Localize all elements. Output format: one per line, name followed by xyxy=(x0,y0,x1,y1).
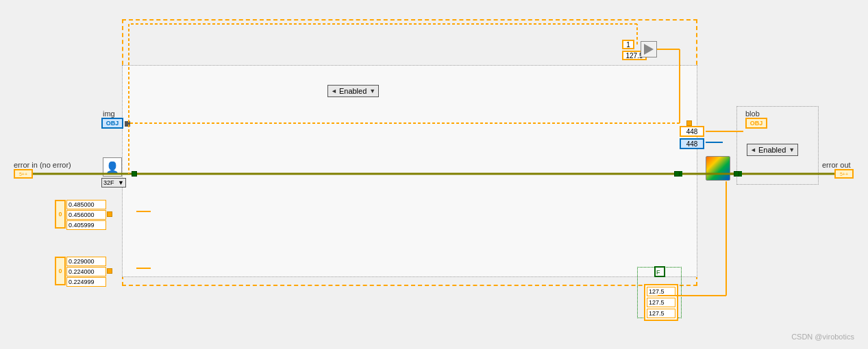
array1-connector xyxy=(107,211,112,217)
type-arrow: ▼ xyxy=(118,179,124,186)
dropdown-arrow-right: ▼ xyxy=(789,146,795,153)
num-array-2: 0 0.229000 0.224000 0.224999 xyxy=(55,257,112,287)
arrow-right-icon xyxy=(644,44,654,55)
value-col-2: 0.229000 0.224000 0.224999 xyxy=(66,257,106,287)
num-array-1: 0 0.485000 0.456000 0.405999 xyxy=(55,200,112,231)
value-col-1: 0.485000 0.456000 0.405999 xyxy=(66,200,106,231)
error-in-label: error in (no error) xyxy=(14,161,71,169)
img-connector-right xyxy=(125,121,130,127)
type-dropdown[interactable]: 32F ▼ xyxy=(101,178,126,188)
input-448-group: 448 448 xyxy=(680,126,704,149)
output-127-2[interactable]: 127.5 xyxy=(647,309,675,318)
val-cell-1-0[interactable]: 0.485000 xyxy=(66,200,106,209)
orange-conn-1 xyxy=(686,120,692,126)
error-in-value: 5++ xyxy=(19,172,27,177)
enabled-label-right: Enabled xyxy=(758,146,786,154)
type-label: 32F xyxy=(103,179,114,186)
person-block: 👤 xyxy=(103,157,122,177)
val-cell-2-0[interactable]: 0.229000 xyxy=(66,257,106,266)
index-val-2: 0 xyxy=(58,268,62,274)
blob-label: blob xyxy=(745,109,760,118)
index-val-1: 0 xyxy=(58,211,62,218)
index-box-1: 0 xyxy=(55,200,66,229)
input-448-1[interactable]: 448 xyxy=(680,138,704,149)
error-in-block[interactable]: 5++ xyxy=(14,169,33,179)
conn-green-3 xyxy=(734,171,739,177)
conn-green-2 xyxy=(674,171,680,177)
img-obj-block[interactable]: OBJ xyxy=(101,118,123,129)
watermark: CSDN @virobotics xyxy=(791,333,854,341)
output-127-0[interactable]: 127.5 xyxy=(647,287,675,296)
val-cell-2-1[interactable]: 0.224000 xyxy=(66,267,106,276)
blob-obj-block[interactable]: OBJ xyxy=(745,118,767,129)
person-icon: 👤 xyxy=(106,161,119,174)
dropdown-arrow-top: ▼ xyxy=(369,88,375,94)
enabled-dropdown-right[interactable]: Enabled ▼ xyxy=(747,144,798,156)
error-out-block[interactable]: 5++ xyxy=(834,169,854,179)
error-out-label: error out xyxy=(822,161,851,169)
arrow-block xyxy=(641,41,657,57)
conn-green-1 xyxy=(132,171,137,177)
one-box[interactable]: 1 xyxy=(622,40,634,49)
val-cell-1-2[interactable]: 0.405999 xyxy=(66,220,106,230)
output-127-group: 127.5 127.5 127.5 xyxy=(644,284,678,321)
val-cell-1-1[interactable]: 0.456000 xyxy=(66,210,106,220)
error-out-value: 5++ xyxy=(840,172,848,177)
val-cell-2-2[interactable]: 0.224999 xyxy=(66,277,106,287)
blob-icon xyxy=(706,156,730,181)
enabled-dropdown-top[interactable]: Enabled ▼ xyxy=(327,85,379,97)
array2-connector xyxy=(107,268,112,274)
img-label: img xyxy=(103,109,115,118)
output-127-1[interactable]: 127.5 xyxy=(647,298,675,307)
enabled-label-top: Enabled xyxy=(339,87,367,95)
input-448-0[interactable]: 448 xyxy=(680,126,704,137)
index-box-2: 0 xyxy=(55,257,66,285)
inner-region xyxy=(122,65,697,277)
